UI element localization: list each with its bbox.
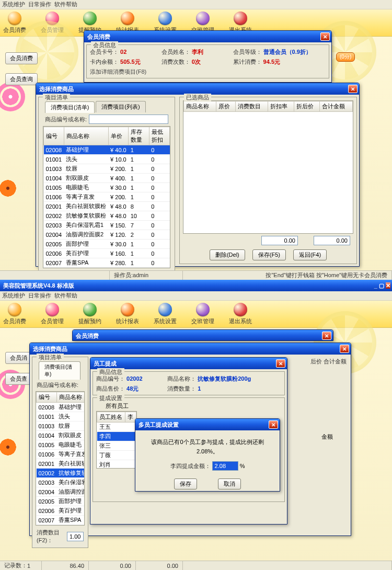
qty-input[interactable]	[67, 532, 84, 541]
toolbar-label: 统计报表	[116, 317, 139, 325]
menu-item[interactable]: 软件帮助	[54, 1, 77, 7]
maximize-icon[interactable]: ▢	[379, 282, 384, 289]
table-row[interactable]: 02008基础护理	[37, 403, 85, 412]
save-button[interactable]: 保存(F5)	[252, 249, 286, 260]
close-icon[interactable]: ✕	[348, 85, 358, 93]
back-button[interactable]: 返回(F4)	[293, 249, 327, 260]
table-row[interactable]: 02006美百护理	[37, 506, 85, 516]
toolbar-统计报表[interactable]: 统计报表	[116, 303, 139, 325]
col-header[interactable]: 商品名称	[64, 127, 108, 145]
col-header[interactable]: 消费数目	[236, 101, 268, 112]
side-query-button[interactable]: 会员查	[5, 373, 32, 385]
table-row[interactable]: 李四	[97, 432, 136, 441]
table-row[interactable]: 02007香薰SPA	[37, 516, 85, 525]
table-row[interactable]: 02004油脂调控面膜2¥ 120.20	[44, 230, 170, 240]
sum2-field	[314, 236, 350, 245]
col-header[interactable]: 编号	[37, 392, 57, 403]
table-row[interactable]: 王五	[97, 423, 136, 432]
col-header[interactable]: 折扣率	[268, 101, 294, 112]
window-title: 选择消费商品	[39, 85, 74, 93]
toolbar-系统设置[interactable]: 系统设置	[154, 303, 177, 325]
table-row[interactable]: 01001洗头¥ 10.010	[44, 155, 170, 164]
side-consume-button[interactable]: 会员消	[5, 352, 32, 364]
menu-item[interactable]: 软件帮助	[54, 292, 77, 299]
commission-amount-input[interactable]	[212, 461, 238, 471]
close-icon[interactable]: ✕	[340, 345, 349, 353]
col-header[interactable]: 合计金额	[320, 101, 353, 112]
selected-goods-table[interactable]: 商品名称原价消费数目折扣率折后价合计金额	[183, 101, 353, 112]
status-hint: 按"End"键打开钱箱 按"Home"键用无卡会员消费	[183, 271, 392, 280]
col-header[interactable]: 原价	[216, 101, 236, 112]
col-header[interactable]: 最低折扣	[149, 127, 169, 145]
table-row[interactable]: 02004油脂调控面膜	[37, 487, 85, 497]
close-icon[interactable]: ✕	[320, 32, 330, 41]
col-header[interactable]: 库存数量	[129, 127, 149, 145]
table-row[interactable]: 01005电眼睫毛	[37, 440, 85, 450]
tab-list[interactable]: 消费项目(清单)	[39, 361, 80, 380]
table-row[interactable]: 01006等离子直发¥ 200.10	[44, 192, 170, 202]
close-icon[interactable]: ✕	[269, 420, 278, 429]
tab-list[interactable]: 消费项目(清单)	[45, 101, 95, 113]
table-row[interactable]: 02002抗敏修复软膜粉¥ 48.0100	[44, 211, 170, 221]
table-row[interactable]: 01004割双眼皮	[37, 431, 85, 440]
toolbar-提醒预约[interactable]: 提醒预约	[78, 303, 101, 325]
dialog-title: 多员工提成设置	[139, 421, 179, 429]
table-row[interactable]: 01005电眼睫毛¥ 30.010	[44, 183, 170, 192]
side-consume-button[interactable]: 会员消费	[5, 52, 38, 64]
close-icon[interactable]: ✕	[276, 359, 285, 368]
dialog-cancel-button[interactable]: 取消	[218, 478, 241, 489]
table-row[interactable]: 01003纹唇	[37, 421, 85, 431]
tab-table[interactable]: 消费项目(列表)	[96, 101, 145, 112]
commission-setting-legend: 提成设置	[97, 394, 124, 402]
goods-search-input[interactable]	[89, 115, 168, 124]
minimize-icon[interactable]: _	[374, 282, 377, 289]
table-row[interactable]: 02006美百护理¥ 160.10	[44, 249, 170, 258]
project-list-legend: 项目清单	[37, 354, 64, 361]
table-row[interactable]: 01004割双眼皮¥ 400.10	[44, 174, 170, 183]
total-label: 累计消费：	[233, 59, 262, 65]
col-header[interactable]: 商品名称	[56, 392, 85, 403]
menu-item[interactable]: 系统维护	[2, 292, 25, 299]
table-row[interactable]: 02005面部护理	[37, 497, 85, 506]
dialog-save-button[interactable]: 保存	[174, 478, 197, 489]
employee-table[interactable]: 员工姓名李 王五李四张三丁薇刘肖	[97, 412, 136, 469]
toolbar-会员管理[interactable]: 会员管理	[41, 12, 64, 34]
table-row[interactable]: 张三	[97, 441, 136, 451]
table-row[interactable]: 02005面部护理¥ 30.010	[44, 240, 170, 249]
toolbar-会员消费[interactable]: 会员消费	[3, 12, 26, 34]
toolbar-退出系统[interactable]: 退出系统	[229, 303, 252, 325]
col-header[interactable]: 单价	[108, 127, 129, 145]
table-row[interactable]: 02003美白保湿乳霜1¥ 150.70	[44, 221, 170, 230]
toolbar-会员管理[interactable]: 会员管理	[41, 303, 64, 325]
table-row[interactable]: 丁薇	[97, 451, 136, 460]
col-header[interactable]: 折后价	[294, 101, 320, 112]
table-row[interactable]: 02003美白保湿乳霜	[37, 478, 85, 487]
toolbar-icon	[121, 12, 134, 25]
goods-code-label: 商品编号：	[96, 375, 125, 382]
menu-item[interactable]: 系统维护	[2, 1, 25, 7]
member-level-value: 普通会员（0.9折）	[263, 49, 312, 55]
table-row[interactable]: 02007香薰SPA¥ 280.10	[44, 258, 170, 268]
col-header[interactable]: 编号	[44, 127, 64, 145]
toolbar-icon	[83, 12, 97, 25]
toolbar-会员消费[interactable]: 会员消费	[3, 303, 26, 325]
col-header[interactable]: 商品名称	[184, 101, 216, 112]
menu-item[interactable]: 日常操作	[28, 1, 51, 7]
close-icon[interactable]: ✕	[386, 282, 390, 289]
goods-table-2[interactable]: 编号商品名称 02008基础护理01001洗头01003纹唇01004割双眼皮0…	[36, 392, 85, 525]
table-row[interactable]: 刘肖	[97, 460, 136, 469]
toolbar-交班管理[interactable]: 交班管理	[191, 303, 214, 325]
table-row[interactable]: 01003纹唇¥ 200.10	[44, 164, 170, 174]
close-icon[interactable]: ✕	[322, 332, 331, 340]
table-row[interactable]: 01006等离子直发	[37, 450, 85, 459]
goods-table[interactable]: 编号商品名称单价库存数量最低折扣 02008基础护理¥ 40.01001001洗…	[43, 127, 170, 268]
table-row[interactable]: 02008基础护理¥ 40.010	[44, 145, 170, 155]
table-row[interactable]: 02001美白祛斑软膜粉¥ 48.080	[44, 202, 170, 211]
table-row[interactable]: 02002抗敏修复软膜	[37, 469, 85, 478]
delete-button[interactable]: 删除(Del)	[210, 249, 245, 260]
table-row[interactable]: 02001美白祛斑软膜	[37, 459, 85, 469]
footer-val2: 0.00	[89, 561, 136, 570]
side-query-button[interactable]: 会员查询	[5, 73, 38, 85]
table-row[interactable]: 01001洗头	[37, 412, 85, 421]
menu-item[interactable]: 日常操作	[28, 292, 51, 299]
